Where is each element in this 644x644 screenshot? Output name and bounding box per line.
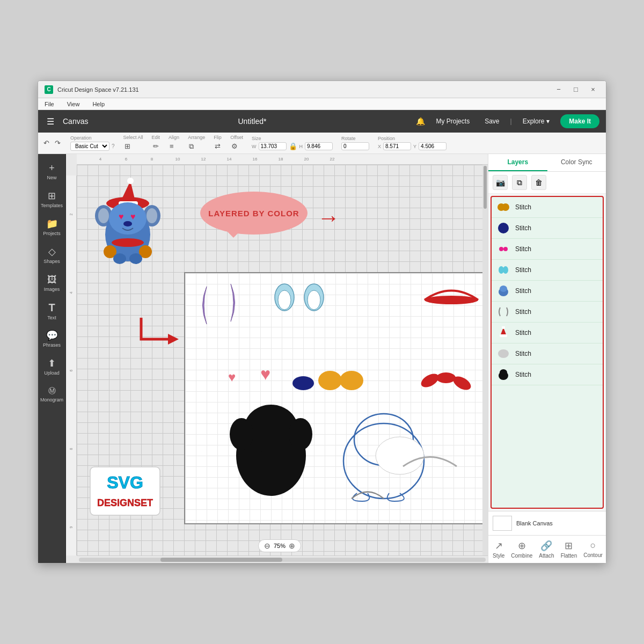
zoom-out-button[interactable]: ⊖	[264, 541, 270, 550]
svg-rect-51	[500, 334, 507, 337]
layers-list[interactable]: Stitch Stitch Stitch	[491, 196, 604, 509]
canvas-area[interactable]: 4 6 8 10 12 14 16 18 20 22 2 4 6 8 9	[66, 154, 488, 563]
heart-icon-2: ♥	[260, 364, 270, 384]
tab-color-sync[interactable]: Color Sync	[547, 154, 606, 171]
arrange-button[interactable]: ⧉	[188, 141, 195, 152]
camera-button[interactable]: 📷	[493, 175, 508, 190]
layer-thumb-3	[496, 241, 511, 257]
zoom-controls: ⊖ 75% ⊕	[258, 539, 301, 552]
close-button[interactable]: ×	[587, 85, 599, 94]
rotate-input[interactable]	[341, 142, 369, 150]
sidebar-item-images[interactable]: 🖼 Images	[40, 270, 64, 296]
sidebar-monogram-label: Monogram	[40, 397, 63, 402]
sidebar-item-templates[interactable]: ⊞ Templates	[40, 186, 64, 212]
combine-tool[interactable]: ⊕ Combine	[511, 540, 532, 559]
y-label: Y	[413, 144, 416, 149]
svg-marker-1	[120, 181, 136, 203]
layer-item[interactable]: Stitch	[492, 323, 603, 343]
sidebar-item-new[interactable]: + New	[40, 158, 64, 184]
bell-icon[interactable]: 🔔	[416, 117, 425, 126]
canvas-content[interactable]: ♥ ♥	[77, 165, 482, 555]
attach-tool[interactable]: 🔗 Attach	[539, 540, 554, 559]
layer-item[interactable]: Stitch	[492, 281, 603, 302]
duplicate-button[interactable]: ⧉	[512, 175, 527, 190]
flip-button[interactable]: ⇄	[214, 141, 222, 151]
vertical-ruler: 2 4 6 8 9	[66, 175, 77, 555]
style-tool[interactable]: ↗ Style	[493, 540, 504, 559]
svg-point-12	[123, 221, 132, 226]
svg-point-50	[502, 326, 505, 329]
y-input[interactable]	[419, 142, 447, 150]
make-it-button[interactable]: Make It	[560, 114, 599, 128]
layer-item[interactable]: Stitch	[492, 239, 603, 260]
upload-icon: ⬆	[48, 357, 56, 369]
svg-text:SVG: SVG	[107, 473, 143, 492]
layer-thumb-6	[496, 304, 511, 319]
app-icon: C	[45, 85, 53, 94]
svg-point-42	[498, 223, 509, 233]
width-label: W	[252, 144, 257, 149]
app-title: Cricut Design Space v7.21.131	[57, 86, 139, 93]
new-icon: +	[49, 163, 55, 174]
minimize-button[interactable]: −	[552, 85, 565, 94]
svg-point-13	[112, 238, 144, 247]
undo-button[interactable]: ↶	[42, 138, 50, 148]
hamburger-icon[interactable]: ☰	[45, 114, 56, 129]
select-all-button[interactable]: ⊞	[123, 141, 131, 151]
sidebar-templates-label: Templates	[41, 203, 63, 208]
layer-item[interactable]: Stitch	[492, 260, 603, 281]
height-input[interactable]	[305, 142, 333, 150]
main-content: + New ⊞ Templates 📁 Projects ◇ Shapes 🖼 …	[38, 154, 606, 563]
layer-item[interactable]: Stitch	[492, 197, 603, 218]
stitch-character[interactable]: ♥ ♥	[93, 175, 163, 272]
menu-view[interactable]: View	[65, 100, 82, 108]
save-button[interactable]: Save	[480, 115, 503, 127]
layer-item[interactable]: Stitch	[492, 302, 603, 323]
svg-text:♥: ♥	[119, 212, 124, 221]
sidebar-item-projects[interactable]: 📁 Projects	[40, 214, 64, 240]
maximize-button[interactable]: □	[569, 85, 582, 94]
sidebar-item-phrases[interactable]: 💬 Phrases	[40, 326, 64, 352]
width-input[interactable]	[259, 142, 287, 150]
redo-button[interactable]: ↷	[54, 138, 62, 148]
sidebar-item-text[interactable]: T Text	[40, 298, 64, 324]
x-input[interactable]	[383, 142, 411, 150]
document-title[interactable]: Untitled*	[238, 117, 267, 126]
explore-button[interactable]: Explore ▾	[518, 115, 554, 127]
layer-name-9: Stitch	[515, 371, 531, 378]
offset-button[interactable]: ⚙	[230, 141, 239, 151]
horizontal-ruler: 4 6 8 10 12 14 16 18 20 22	[77, 154, 488, 165]
svg-point-52	[498, 349, 509, 358]
speech-bubble: LAYERED BY COLOR	[200, 192, 308, 235]
sidebar-item-upload[interactable]: ⬆ Upload	[40, 354, 64, 379]
phrases-icon: 💬	[46, 330, 58, 341]
layer-thumb-9	[496, 367, 511, 382]
operation-select[interactable]: Basic Cut	[70, 142, 109, 151]
my-projects-button[interactable]: My Projects	[431, 115, 474, 127]
flatten-tool[interactable]: ⊞ Flatten	[561, 540, 577, 559]
svg-point-41	[502, 203, 509, 211]
layer-item[interactable]: Stitch	[492, 218, 603, 239]
delete-button[interactable]: 🗑	[531, 175, 546, 190]
tab-layers[interactable]: Layers	[488, 154, 547, 171]
operation-label: Operation	[70, 135, 92, 141]
align-button[interactable]: ≡	[169, 141, 175, 151]
blank-canvas-area: Blank Canvas	[488, 511, 606, 535]
sidebar-item-shapes[interactable]: ◇ Shapes	[40, 242, 64, 268]
layer-item[interactable]: Stitch	[492, 343, 603, 364]
horizontal-scrollbar[interactable]	[79, 558, 486, 562]
contour-tool[interactable]: ○ Contour	[583, 540, 603, 559]
menu-help[interactable]: Help	[90, 100, 107, 108]
edit-button[interactable]: ✏	[152, 141, 160, 151]
sidebar-item-monogram[interactable]: Ⓜ Monogram	[40, 382, 64, 407]
layer-item[interactable]: Stitch	[492, 364, 603, 385]
zoom-in-button[interactable]: ⊕	[289, 541, 295, 550]
vertical-scrollbar[interactable]	[482, 165, 488, 555]
h-scrollbar-thumb[interactable]	[160, 558, 282, 562]
layer-thumb-8	[496, 346, 511, 361]
combine-icon: ⊕	[518, 540, 526, 552]
menu-file[interactable]: File	[42, 100, 56, 108]
scrollbar-thumb[interactable]	[484, 166, 487, 209]
edit-label: Edit	[152, 135, 160, 140]
zoom-level: 75%	[274, 543, 286, 549]
